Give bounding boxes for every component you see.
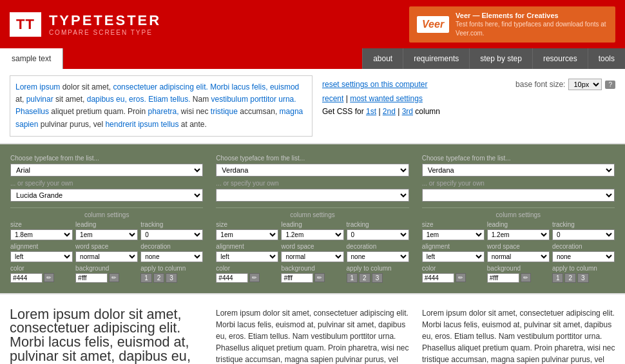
typeface-select-2[interactable]: VerdanaArialGeorgia [216,164,409,177]
leading-setting-2: leading 1.2em1em [281,221,343,240]
apply-btn-1-2[interactable]: 2 [153,273,165,283]
most-wanted-link[interactable]: most wanted settings [350,94,423,103]
color-row-1: color ✏ background ✏ apply to column 1 2 [10,265,203,283]
bg-swatch-btn-1[interactable]: ✏ [109,273,119,282]
bg-input-3[interactable] [487,273,519,283]
bg-input-2[interactable] [281,273,313,283]
alignment-select-1[interactable]: leftcenterright [10,251,73,262]
leading-select-3[interactable]: 1.2em1em [487,229,550,240]
tab-requirements[interactable]: requirements [403,48,469,69]
tracking-select-2[interactable]: 01 [347,229,409,240]
color-swatch-btn-1[interactable]: ✏ [44,273,54,282]
tab-sample-text[interactable]: sample text [0,48,63,69]
output-text-1: Lorem ipsum dolor sit amet, consectetuer… [10,306,191,364]
color-setting-2: color ✏ [216,265,278,283]
question-mark-btn[interactable]: ? [605,81,615,89]
bg-swatch-btn-2[interactable]: ✏ [314,273,325,282]
decoration-setting-1: decoration noneunderline [140,243,203,262]
base-font-select[interactable]: 10px11px12px14px16px [568,79,602,90]
pharetra-link[interactable]: pharetra, [148,107,178,116]
size-select-2[interactable]: 1em1.8em [216,229,278,240]
app-title: TYPETESTER [49,12,161,29]
decoration-select-1[interactable]: noneunderline [140,251,203,262]
veer-desc: Test fonts here, find typefaces and down… [456,21,606,37]
size-select-1[interactable]: 1.8em1em1.2em [10,229,73,240]
apply-btn-3-2[interactable]: 2 [564,273,576,283]
apply-label-3: apply to column [552,265,615,272]
bg-swatch-btn-3[interactable]: ✏ [521,273,531,282]
typeface-select-3[interactable]: VerdanaArial [422,164,615,177]
color-input-1[interactable] [10,273,43,283]
get-css-label: Get CSS for [322,107,364,116]
tracking-select-1[interactable]: 012 [140,229,203,240]
apply-btn-2-3[interactable]: 3 [372,273,383,283]
pulvinar-link[interactable]: pulvinar [26,95,53,104]
css-col3-link[interactable]: 3rd [402,107,413,116]
wordspace-select-1[interactable]: normal [75,251,138,262]
lorem-link[interactable]: Lorem ipsum [15,82,60,91]
reset-link[interactable]: reset settings on this computer [322,80,427,89]
col-settings-header-1: column settings [10,207,203,218]
tellus-link[interactable]: tellus [161,120,179,129]
specify-select-2[interactable] [216,189,409,202]
leading-select-1[interactable]: 1em1.2em [75,229,138,240]
apply-btn-1-3[interactable]: 3 [166,273,177,283]
tracking-setting-3: tracking 01 [552,221,615,240]
apply-btn-2-2[interactable]: 2 [359,273,370,283]
col-settings-header-2: column settings [216,207,409,218]
bg-input-1[interactable] [75,273,108,283]
tab-about[interactable]: about [362,48,403,69]
bg-setting-2: background ✏ [281,265,343,283]
apply-btn-2-1[interactable]: 1 [347,273,358,283]
settings-grid-2: size 1em1.8em leading 1.2em1em tracking … [216,221,409,240]
euismod-link[interactable]: euismod [270,82,299,91]
hendrerit-link[interactable]: hendrerit ipsum [105,120,159,129]
tristique-link[interactable]: tristique [211,107,238,116]
size-select-3[interactable]: 1em1.8em [422,229,485,240]
color-swatch-btn-3[interactable]: ✏ [456,273,466,282]
tracking-label-3: tracking [552,221,615,228]
typeface-select-1[interactable]: ArialVerdanaGeorgiaTimes New Roman [10,164,203,177]
tracking-select-3[interactable]: 01 [552,229,615,240]
wordspace-select-3[interactable]: normal [487,251,550,262]
logo-letters: TT [16,16,35,32]
size-label-2: size [216,221,278,228]
specify-label-1: ... or specify your own [10,180,203,187]
alignment-label-2: alignment [216,243,278,250]
tab-tools[interactable]: tools [588,48,625,69]
columns-settings: Choose typeface from the list... ArialVe… [0,144,625,293]
decoration-select-2[interactable]: none [347,251,409,262]
morbi-link[interactable]: Morbi lacus felis, [210,82,267,91]
bg-setting-1: background ✏ [75,265,138,283]
color-input-3[interactable] [422,273,454,283]
css-col2-link[interactable]: 2nd [383,107,396,116]
etiam-link[interactable]: Etiam tellus. [148,95,190,104]
color-setting-1: color ✏ [10,265,73,283]
vestibulum-link[interactable]: vestibulum porttitor urna. [211,95,296,104]
consectetuer-link[interactable]: consectetuer adipiscing elit. [113,82,207,91]
dapibus-link[interactable]: dapibus eu, eros. [87,95,146,104]
alignment-select-3[interactable]: leftcenter [422,251,485,262]
decoration-select-3[interactable]: none [552,251,615,262]
color-input-2[interactable] [216,273,248,283]
specify-select-3[interactable] [422,189,615,202]
phasellus-link[interactable]: Phasellus [15,107,49,116]
tab-step-by-step[interactable]: step by step [469,48,532,69]
recent-link[interactable]: recent [322,94,343,103]
tab-resources[interactable]: resources [532,48,588,69]
alignment-select-2[interactable]: leftcenter [216,251,278,262]
color-swatch-btn-2[interactable]: ✏ [249,273,260,282]
apply-setting-3: apply to column 1 2 3 [552,265,615,283]
veer-banner[interactable]: Veer Veer — Elements for Creatives Test … [409,6,615,43]
css-col1-link[interactable]: 1st [366,107,376,116]
apply-btn-1-1[interactable]: 1 [140,273,152,283]
leading-label-2: leading [281,221,343,228]
color-label-1: color [10,265,73,272]
specify-select-1[interactable]: Lucida Grande [10,189,203,202]
apply-btn-3-1[interactable]: 1 [552,273,564,283]
tracking-label-2: tracking [347,221,409,228]
wordspace-label-3: word space [487,243,550,250]
apply-btn-3-3[interactable]: 3 [577,273,589,283]
wordspace-select-2[interactable]: normal [281,251,343,262]
leading-select-2[interactable]: 1.2em1em [281,229,343,240]
